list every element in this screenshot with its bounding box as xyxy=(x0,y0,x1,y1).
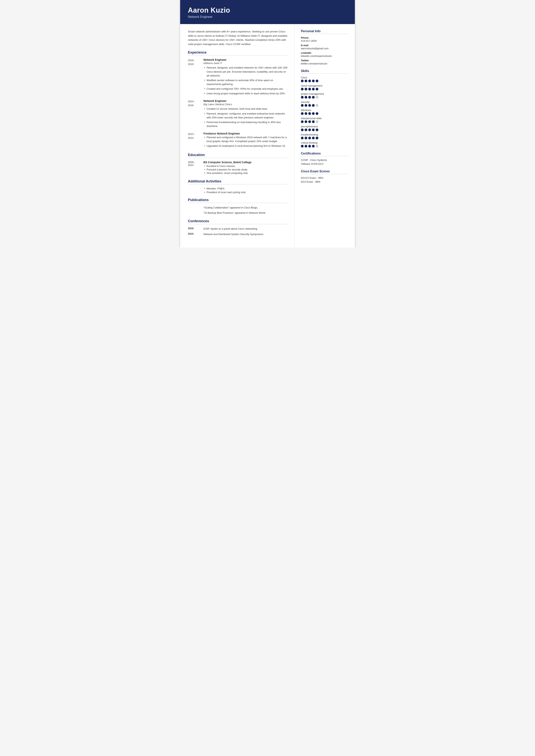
edu-bullet: Vice president, cloud computing club. xyxy=(204,172,288,175)
skill-dot-filled xyxy=(312,128,315,131)
skill-dot-filled xyxy=(305,120,307,123)
skill-name: troubleshooting xyxy=(301,133,349,136)
conference-item: 2015Network and Distributed System Secur… xyxy=(188,232,288,236)
conference-year: 2015 xyxy=(188,232,204,236)
skill-name: Cisco xyxy=(301,76,349,79)
skill-dots xyxy=(301,80,349,82)
exp-content: Freelance Network EngineerPlanned and co… xyxy=(204,132,288,149)
publications-section: Publications "Scaling Collaboration" app… xyxy=(188,198,288,215)
skill-name: interpersonal skills xyxy=(301,117,349,120)
certifications-list: CCNP - Cisco SystemsVMware VCP6-DCV xyxy=(301,158,349,165)
skill-dots xyxy=(301,104,349,107)
skill-dot-filled xyxy=(316,128,318,131)
exp-bullets: Created 12 secure networks, both local a… xyxy=(204,107,288,128)
personal-info-item: Phone414-617-2634 xyxy=(301,36,349,42)
skill-name: project management xyxy=(301,92,349,95)
skill-item: perceptiveness xyxy=(301,125,349,131)
skill-dot-filled xyxy=(305,145,307,148)
conferences-title: Conferences xyxy=(188,219,288,224)
skills-list: Ciscocloud managementproject managements… xyxy=(301,76,349,148)
skill-dots xyxy=(301,145,349,148)
exp-bullet: Upgraded 10 employees in local financial… xyxy=(204,144,288,148)
resume-header: Aaron Kuzio Network Engineer xyxy=(180,0,355,24)
skill-dot-filled xyxy=(312,104,315,107)
skill-dots xyxy=(301,120,349,123)
summary-text: Smart network administrator with 6+ year… xyxy=(188,30,288,46)
skill-item: troubleshooting xyxy=(301,133,349,139)
exp-bullets: Planned and configured a Windows 2010 ne… xyxy=(204,135,288,148)
exp-company: Big Lakes Medical Clinics xyxy=(204,103,288,106)
personal-info-title: Personal Info xyxy=(301,30,349,34)
skill-item: critical thinking xyxy=(301,141,349,148)
personal-info-item: Twittertwitter.com/aaronzkuzio xyxy=(301,59,349,65)
exp-dates: 2016 -2019 xyxy=(188,58,204,96)
skill-dot-filled xyxy=(301,128,304,131)
edu-degree: BS Computer Science, Beloit College xyxy=(204,161,288,164)
skill-dot-filled xyxy=(305,137,307,139)
exam-scores-list: DCUCI Exam - 99%DCII Exam - 98% xyxy=(301,177,349,183)
exp-content: Network EngineerWilliams-Seile ITPlanned… xyxy=(204,58,288,96)
skill-dots xyxy=(301,96,349,98)
exp-dates: 2014 -2016 xyxy=(188,99,204,129)
activity-item: President of local road cycling club. xyxy=(204,191,288,194)
experience-list: 2016 -2019Network EngineerWilliams-Seile… xyxy=(188,58,288,149)
skill-item: Windows xyxy=(301,109,349,115)
skill-dots xyxy=(301,88,349,91)
activities-list: Member, ITNEAPresident of local road cyc… xyxy=(204,187,288,194)
conference-item: 2019ICNP, Spoke on a panel about Cisco n… xyxy=(188,227,288,231)
skill-dot-filled xyxy=(312,80,315,82)
exp-bullet: Modified vendor software to automate 30%… xyxy=(204,78,288,86)
info-label: LinkedIn xyxy=(301,51,349,54)
skill-name: Windows xyxy=(301,109,349,112)
skill-dots xyxy=(301,112,349,115)
skill-dot-filled xyxy=(312,96,315,98)
skill-dot-filled xyxy=(316,88,318,91)
skill-dot-filled xyxy=(301,80,304,82)
info-value: 414-617-2634 xyxy=(301,40,349,42)
exp-bullet: Created 12 secure networks, both local a… xyxy=(204,107,288,111)
skill-dot-filled xyxy=(308,145,311,148)
skill-name: perceptiveness xyxy=(301,125,349,128)
exam-score-item: DCUCI Exam - 99% xyxy=(301,177,349,179)
exp-bullet: Planned and configured a Windows 2010 ne… xyxy=(204,135,288,143)
personal-info-list: Phone414-617-2634E-mailaaronzkuzio@gmail… xyxy=(301,36,349,65)
activity-item: Member, ITNEA xyxy=(204,187,288,190)
info-label: Phone xyxy=(301,36,349,39)
education-list: 2009 -2013BS Computer Science, Beloit Co… xyxy=(188,161,288,175)
skill-dot-filled xyxy=(316,80,318,82)
experience-item: 2014 -2016Network EngineerBig Lakes Medi… xyxy=(188,99,288,129)
skill-item: cloud management xyxy=(301,84,349,91)
exp-bullet: Created and configured 700+ VPNs for cor… xyxy=(204,87,288,91)
exp-bullet: Planned, designed, configured, and insta… xyxy=(204,112,288,120)
skill-name: critical thinking xyxy=(301,141,349,144)
exp-dates: 2013 -2014 xyxy=(188,132,204,149)
skill-dots xyxy=(301,128,349,131)
edu-content: BS Computer Science, Beloit CollegeExcel… xyxy=(204,161,288,175)
skill-dot-filled xyxy=(308,112,311,115)
left-column: Smart network administrator with 6+ year… xyxy=(180,24,295,247)
skill-name: security xyxy=(301,100,349,103)
activities-title: Additional Activities xyxy=(188,179,288,184)
edu-dates: 2009 -2013 xyxy=(188,161,204,175)
skill-dot-filled xyxy=(308,120,311,123)
certification-item: CCNP - Cisco Systems xyxy=(301,158,349,161)
skill-dot-filled xyxy=(312,112,315,115)
experience-section: Experience 2016 -2019Network EngineerWil… xyxy=(188,50,288,149)
experience-item: 2016 -2019Network EngineerWilliams-Seile… xyxy=(188,58,288,96)
exp-job-title: Network Engineer xyxy=(204,99,288,102)
info-label: E-mail xyxy=(301,44,349,47)
certifications-title: Certifications xyxy=(301,152,349,156)
skill-dot-filled xyxy=(301,104,304,107)
applicant-title: Network Engineer xyxy=(188,15,347,19)
skill-dot-filled xyxy=(308,80,311,82)
info-value: twitter.com/aaronzkuzio xyxy=(301,62,349,65)
skill-item: Cisco xyxy=(301,76,349,82)
skill-dot-filled xyxy=(308,137,311,139)
skill-item: security xyxy=(301,100,349,107)
publications-list: "Scaling Collaboration" appeared in Cisc… xyxy=(188,206,288,215)
conference-year: 2019 xyxy=(188,227,204,231)
conferences-list: 2019ICNP, Spoke on a panel about Cisco n… xyxy=(188,227,288,236)
certification-item: VMware VCP6-DCV xyxy=(301,162,349,165)
exp-content: Network EngineerBig Lakes Medical Clinic… xyxy=(204,99,288,129)
info-value: aaronzkuzio@gmail.com xyxy=(301,47,349,50)
